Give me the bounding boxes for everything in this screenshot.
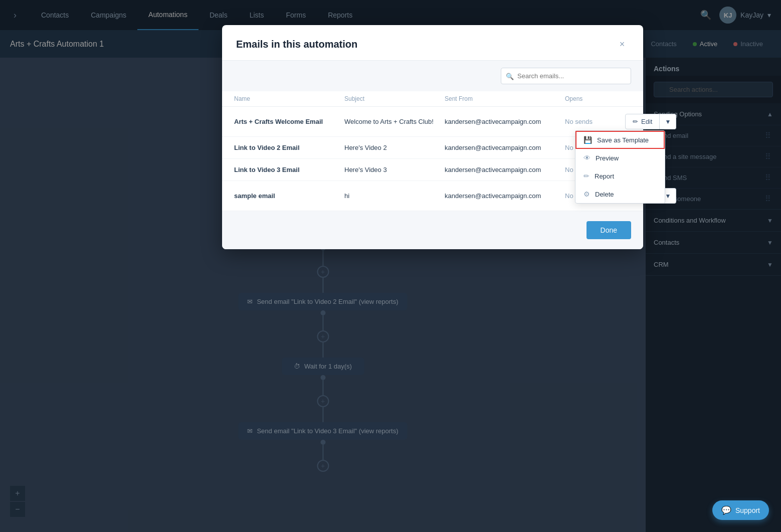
row1-dropdown-button[interactable]: ▼	[660, 114, 676, 129]
row1-dropdown-menu: 💾 Save as Template 👁 Preview ✏ Report ⚙ …	[575, 130, 665, 204]
row1-name: Arts + Crafts Welcome Email	[234, 118, 344, 125]
row2-name: Link to Video 2 Email	[234, 144, 344, 151]
row4-subject: hi	[344, 192, 445, 200]
row4-sent-from: kandersen@activecampaign.com	[445, 192, 565, 200]
edit-pencil-icon: ✏	[633, 118, 638, 125]
row1-edit-label: Edit	[641, 118, 652, 125]
dropdown-save-template[interactable]: 💾 Save as Template	[575, 131, 665, 149]
row3-sent-from: kandersen@activecampaign.com	[445, 166, 565, 173]
modal-search-icon: 🔍	[506, 72, 514, 80]
row1-sent-from: kandersen@activecampaign.com	[445, 118, 565, 125]
support-icon: 💬	[721, 505, 731, 515]
row1-opens: No sends	[565, 118, 625, 125]
report-label: Report	[595, 172, 614, 180]
delete-icon: ⚙	[583, 190, 590, 198]
save-template-label: Save as Template	[597, 136, 649, 144]
col-subject: Subject	[344, 95, 445, 102]
done-button[interactable]: Done	[587, 221, 631, 239]
modal-title: Emails in this automation	[236, 39, 357, 50]
row3-subject: Here's Video 3	[344, 166, 445, 173]
table-header: Name Subject Sent From Opens	[222, 91, 643, 107]
save-template-icon: 💾	[583, 136, 592, 144]
email-table: Name Subject Sent From Opens Arts + Craf…	[222, 91, 643, 211]
row1-edit-button[interactable]: ✏ Edit	[625, 114, 660, 129]
row2-sent-from: kandersen@activecampaign.com	[445, 144, 565, 151]
modal-close-button[interactable]: ×	[615, 37, 629, 51]
row1-subject: Welcome to Arts + Crafts Club!	[344, 118, 445, 125]
row1-actions: ✏ Edit ▼ 💾 Save as Template 👁 Preview	[625, 114, 665, 129]
dropdown-report[interactable]: ✏ Report	[575, 167, 665, 185]
row4-name: sample email	[234, 192, 344, 200]
dropdown-preview[interactable]: 👁 Preview	[575, 149, 665, 167]
modal-search-wrap: 🔍	[501, 68, 631, 84]
row3-name: Link to Video 3 Email	[234, 166, 344, 173]
col-actions	[625, 95, 665, 102]
emails-modal: Emails in this automation × 🔍 Name Subje…	[222, 25, 643, 249]
col-name: Name	[234, 95, 344, 102]
col-opens: Opens	[565, 95, 625, 102]
dropdown-delete[interactable]: ⚙ Delete	[575, 185, 665, 203]
table-row: Arts + Crafts Welcome Email Welcome to A…	[222, 107, 643, 137]
support-button[interactable]: 💬 Support	[712, 500, 769, 520]
preview-icon: 👁	[583, 154, 591, 162]
modal-search-input[interactable]	[501, 68, 631, 84]
row1-edit-group: ✏ Edit ▼	[625, 114, 665, 129]
support-label: Support	[735, 506, 760, 514]
col-sent-from: Sent From	[445, 95, 565, 102]
report-icon: ✏	[583, 172, 590, 180]
modal-header: Emails in this automation ×	[222, 25, 643, 61]
row2-subject: Here's Video 2	[344, 144, 445, 151]
modal-search-bar: 🔍	[222, 61, 643, 91]
preview-label: Preview	[596, 154, 619, 162]
modal-footer: Done	[222, 211, 643, 249]
delete-label: Delete	[595, 191, 614, 198]
